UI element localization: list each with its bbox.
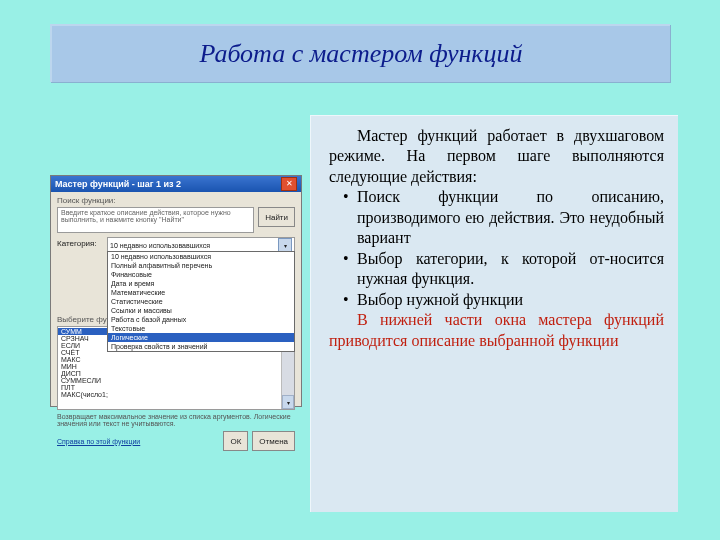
category-option[interactable]: Ссылки и массивы [108,306,294,315]
search-input[interactable]: Введите краткое описание действия, котор… [57,207,254,233]
text-column: Мастер функций работает в двухшаговом ре… [310,115,678,512]
category-option[interactable]: Полный алфавитный перечень [108,261,294,270]
category-option[interactable]: Дата и время [108,279,294,288]
category-option[interactable]: Статистические [108,297,294,306]
category-option[interactable]: Работа с базой данных [108,315,294,324]
function-option[interactable]: ПЛТ [58,384,281,391]
cancel-button[interactable]: Отмена [252,431,295,451]
category-label: Категория: [57,237,103,248]
category-option[interactable]: 10 недавно использовавшихся [108,252,294,261]
function-wizard-dialog: Мастер функций - шаг 1 из 2 ✕ Поиск функ… [50,175,302,407]
dialog-title: Мастер функций - шаг 1 из 2 [55,179,181,189]
ok-button[interactable]: ОК [223,431,248,451]
category-dropdown-list: 10 недавно использовавшихсяПолный алфави… [107,251,295,352]
bullet-1: Поиск функции по описанию, производимого… [329,187,664,248]
function-description: Возвращает максимальное значение из спис… [57,413,295,427]
bottom-note: В нижней части окна мастера функций прив… [329,310,664,351]
search-label: Поиск функции: [57,196,295,205]
titlebar: Мастер функций - шаг 1 из 2 ✕ [51,176,301,192]
function-option[interactable]: ДИСП [58,370,281,377]
bullet-3: Выбор нужной функции [329,290,664,310]
function-option[interactable]: МАКС [58,356,281,363]
category-option[interactable]: Текстовые [108,324,294,333]
category-select[interactable]: 10 недавно использовавшихся ▾ 10 недавно… [107,237,295,253]
paragraph-intro: Мастер функций работает в двухшаговом ре… [329,126,664,187]
category-option[interactable]: Финансовые [108,270,294,279]
chevron-down-icon[interactable]: ▾ [278,238,292,252]
slide-title-bar: Работа с мастером функций [50,24,670,82]
category-option[interactable]: Проверка свойств и значений [108,342,294,351]
category-option[interactable]: Математические [108,288,294,297]
function-option[interactable]: МАКС(число1; [58,391,281,398]
category-option[interactable]: Логические [108,333,294,342]
bullet-2: Выбор категории, к которой от-носится ну… [329,249,664,290]
find-button[interactable]: Найти [258,207,295,227]
slide-title: Работа с мастером функций [199,39,522,69]
category-value: 10 недавно использовавшихся [110,242,210,249]
help-link[interactable]: Справка по этой функции [57,438,140,445]
function-option[interactable]: СУММЕСЛИ [58,377,281,384]
content-area: Мастер функций работает в двухшаговом ре… [50,115,678,512]
function-option[interactable]: МИН [58,363,281,370]
scroll-down-icon[interactable]: ▾ [282,395,294,409]
close-icon[interactable]: ✕ [281,177,297,191]
